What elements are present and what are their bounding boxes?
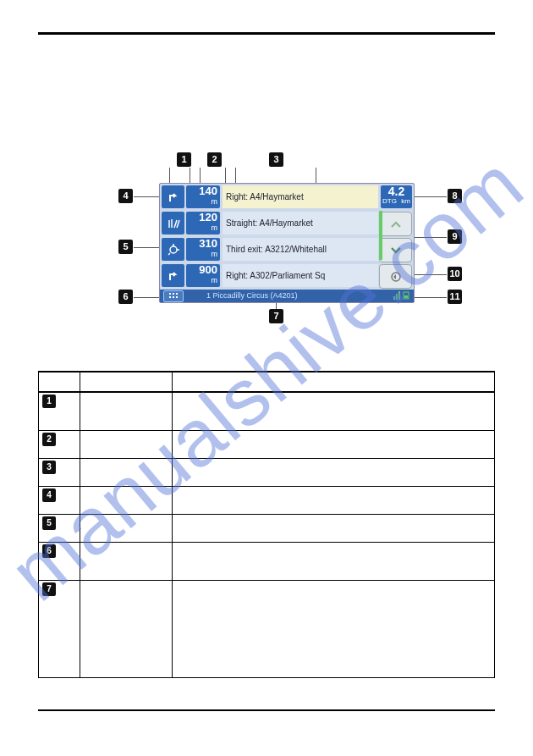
dist-value: 900 m <box>186 264 220 287</box>
row-desc <box>173 487 495 515</box>
leader <box>415 237 447 238</box>
nav-label: Right: A4/Haymarket <box>223 185 378 208</box>
dist-value: 120 m <box>186 212 220 235</box>
status-bar: 1 Piccadilly Circus (A4201) <box>160 290 414 302</box>
nav-label: Right: A302/Parliament Sq <box>223 264 378 287</box>
callout-10: 10 <box>448 267 462 281</box>
nav-diagram: 1 2 3 4 5 6 8 9 10 11 7 <box>108 148 464 322</box>
row-name <box>80 581 173 678</box>
row-name <box>80 543 173 581</box>
table-row: 1 <box>39 392 495 431</box>
svg-rect-7 <box>176 296 178 298</box>
dist-unit: m <box>186 250 217 258</box>
callout-11: 11 <box>448 290 462 304</box>
dtg-unit: km <box>401 197 410 206</box>
svg-rect-5 <box>169 296 171 298</box>
svg-rect-10 <box>398 291 400 300</box>
row-desc <box>173 459 495 487</box>
row-num: 7 <box>42 582 56 596</box>
dist-unit: m <box>186 276 217 284</box>
nav-label: Straight: A4/Haymarket <box>223 212 378 235</box>
turn-right-icon <box>162 185 184 208</box>
dist-num: 140 <box>199 185 217 197</box>
leader <box>276 302 277 309</box>
row-num: 6 <box>42 544 56 558</box>
lanes-icon <box>162 212 184 235</box>
row-desc <box>173 392 495 431</box>
back-icon <box>389 271 403 283</box>
nav-panel: 140 m Right: A4/Haymarket 4.2 DTG km 120 <box>159 183 415 303</box>
chevron-up-icon <box>390 220 402 229</box>
row-desc <box>173 515 495 543</box>
top-rule <box>38 32 495 35</box>
dist-unit: m <box>186 197 217 206</box>
svg-rect-8 <box>393 296 395 300</box>
chevron-down-icon <box>390 246 402 255</box>
grid-icon[interactable] <box>163 290 184 302</box>
svg-point-0 <box>170 246 177 253</box>
callout-8: 8 <box>448 189 462 203</box>
status-icons <box>393 291 410 300</box>
dist-unit: m <box>186 223 217 232</box>
scroll-up-button[interactable] <box>379 212 412 236</box>
reference-table: 1 2 3 4 5 6 7 <box>38 371 495 678</box>
table-row: 7 <box>39 581 495 678</box>
row-num: 1 <box>42 395 56 408</box>
dist-num: 310 <box>199 237 217 250</box>
turn-right-icon <box>162 264 184 287</box>
svg-rect-3 <box>173 293 174 295</box>
callout-7: 7 <box>269 309 283 323</box>
row-num: 3 <box>42 461 56 474</box>
scroll-down-button[interactable] <box>379 238 412 262</box>
nav-row-3: 900 m Right: A302/Parliament Sq <box>162 264 376 289</box>
scroll-track <box>379 211 382 260</box>
row-name <box>80 392 173 431</box>
leader <box>415 297 447 298</box>
svg-rect-6 <box>173 296 174 298</box>
leader <box>415 274 447 275</box>
signal-icon <box>393 291 401 300</box>
svg-rect-4 <box>176 293 178 295</box>
leader <box>134 196 159 197</box>
leader <box>415 196 447 197</box>
status-text: 1 Piccadilly Circus (A4201) <box>206 290 298 302</box>
row-num: 2 <box>42 433 56 446</box>
table-row: 2 <box>39 431 495 459</box>
dist-num: 120 <box>199 211 217 223</box>
bottom-rule <box>38 709 495 711</box>
battery-icon <box>403 291 410 300</box>
page: manualshive.com 1 2 3 4 5 6 8 9 10 11 7 <box>0 0 533 756</box>
dtg-label: DTG <box>382 197 397 206</box>
row-num: 4 <box>42 488 56 502</box>
nav-label: Third exit: A3212/Whitehall <box>223 238 378 261</box>
leader <box>134 247 159 248</box>
table-row: 3 <box>39 459 495 487</box>
row-name <box>80 431 173 459</box>
svg-rect-9 <box>396 294 398 300</box>
row-name <box>80 515 173 543</box>
nav-row-2: 310 m Third exit: A3212/Whitehall <box>162 238 376 262</box>
row-desc <box>173 581 495 678</box>
leader <box>134 297 159 298</box>
row-name <box>80 459 173 487</box>
svg-rect-2 <box>169 293 171 295</box>
dtg-value: 4.2 <box>388 185 404 198</box>
callout-4: 4 <box>118 189 133 203</box>
table-row: 5 <box>39 515 495 543</box>
row-desc <box>173 543 495 581</box>
callout-6: 6 <box>118 290 133 304</box>
callout-1: 1 <box>177 152 191 167</box>
callout-9: 9 <box>448 229 462 244</box>
dtg-box: 4.2 DTG km <box>381 185 412 208</box>
row-num: 5 <box>42 516 56 530</box>
back-button[interactable] <box>379 264 412 289</box>
row-name <box>80 487 173 515</box>
dist-value: 140 m <box>186 185 220 208</box>
dist-value: 310 m <box>186 238 220 261</box>
roundabout-icon <box>162 238 184 261</box>
callout-5: 5 <box>118 240 133 254</box>
dist-num: 900 <box>199 263 217 276</box>
nav-row-0: 140 m Right: A4/Haymarket <box>162 185 376 210</box>
svg-rect-12 <box>404 295 408 298</box>
callout-3: 3 <box>269 152 283 167</box>
